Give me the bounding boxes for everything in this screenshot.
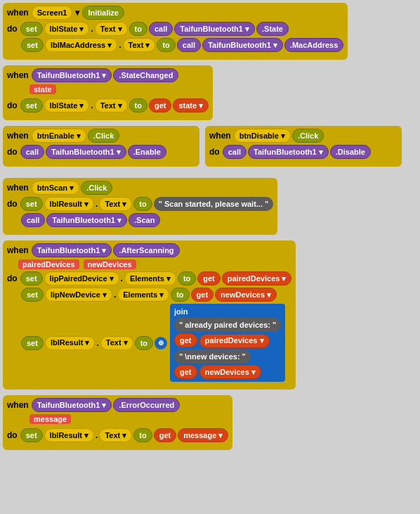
join-label: join bbox=[174, 307, 188, 316]
message-get-pill[interactable]: message ▾ bbox=[178, 428, 228, 442]
initialize-pill[interactable]: Initialize bbox=[82, 6, 124, 20]
to-pill-5b[interactable]: to bbox=[171, 288, 189, 302]
block-error-occurred: when TaifunBluetooth1 ▾ .ErrorOccurred m… bbox=[3, 395, 232, 450]
set-pill-4[interactable]: set bbox=[20, 197, 43, 211]
text-pill-5[interactable]: Text ▾ bbox=[100, 336, 133, 350]
when-label-6: when bbox=[7, 400, 29, 410]
afterscanning-event-pill[interactable]: .AfterScanning bbox=[113, 243, 179, 257]
to-pill-5c[interactable]: to bbox=[135, 336, 153, 350]
do-label-4: do bbox=[7, 199, 18, 209]
get-pill-1[interactable]: get bbox=[149, 98, 172, 113]
text-pill-1[interactable]: Text ▾ bbox=[95, 22, 128, 36]
taifun-scan-pill[interactable]: TaifunBluetooth1 ▾ bbox=[46, 213, 127, 227]
set-pill-2[interactable]: set bbox=[21, 38, 44, 52]
when-label-2: when bbox=[7, 70, 29, 80]
block-pair-enable-disable: when btnEnable ▾ .Click do call TaifunBl… bbox=[3, 126, 417, 172]
lipnew-pill[interactable]: lipNewDevice ▾ bbox=[45, 288, 112, 302]
click-pill-2[interactable]: .Click bbox=[292, 129, 324, 143]
lblstate-pill-1[interactable]: lblState ▾ bbox=[44, 22, 90, 36]
lblmac-pill[interactable]: lblMacAddress ▾ bbox=[45, 38, 117, 52]
btnscan-pill[interactable]: btnScan ▾ bbox=[32, 181, 79, 195]
taifun-statechanged-pill[interactable]: TaifunBluetooth1 ▾ bbox=[32, 68, 112, 82]
text-pill-3[interactable]: Text ▾ bbox=[95, 98, 128, 113]
lblresult-pill-3[interactable]: lblResult ▾ bbox=[44, 428, 95, 442]
join-circle: ⊕ bbox=[155, 337, 167, 349]
state-method-pill[interactable]: .State bbox=[256, 22, 289, 36]
screen1-pill[interactable]: Screen1 bbox=[32, 6, 73, 20]
btnenable-pill[interactable]: btnEnable ▾ bbox=[32, 129, 86, 143]
state-get-pill[interactable]: state ▾ bbox=[173, 98, 209, 113]
text-pill-6[interactable]: Text ▾ bbox=[99, 428, 132, 442]
lblstate-pill-2[interactable]: lblState ▾ bbox=[44, 98, 90, 113]
text-pill-2[interactable]: Text ▾ bbox=[123, 38, 156, 52]
get-pill-5c[interactable]: get bbox=[174, 333, 197, 347]
macaddress-method-pill[interactable]: .MacAddress bbox=[284, 38, 343, 52]
to-pill-2[interactable]: to bbox=[157, 38, 175, 52]
state-param-label: state bbox=[29, 84, 56, 94]
taifun-afterscanning-pill[interactable]: TaifunBluetooth1 ▾ bbox=[32, 243, 112, 257]
scan-string-val: " Scan started, please wait... " bbox=[154, 197, 274, 211]
set-pill-6[interactable]: set bbox=[20, 428, 43, 442]
btndisable-pill[interactable]: btnDisable ▾ bbox=[234, 129, 291, 143]
call-pill-4[interactable]: call bbox=[21, 213, 45, 227]
paireddevices-get-2[interactable]: pairedDevices ▾ bbox=[199, 334, 270, 348]
call-pill-3a[interactable]: call bbox=[20, 145, 44, 159]
taifun-disable-pill[interactable]: TaifunBluetooth1 ▾ bbox=[248, 145, 329, 159]
get-pill-5b[interactable]: get bbox=[191, 288, 214, 302]
to-pill-4[interactable]: to bbox=[133, 197, 152, 211]
scan-method-pill[interactable]: .Scan bbox=[129, 213, 160, 227]
block-after-scanning: when TaifunBluetooth1 ▾ .AfterScanning p… bbox=[3, 240, 296, 390]
when-label-4: when bbox=[7, 183, 29, 193]
newdevices-get-2[interactable]: newDevices ▾ bbox=[199, 365, 261, 379]
block-state-changed: when TaifunBluetooth1 ▾ .StateChanged st… bbox=[3, 65, 213, 120]
call-pill-2[interactable]: call bbox=[177, 38, 201, 52]
call-pill-1[interactable]: call bbox=[149, 22, 173, 36]
click-pill-1[interactable]: .Click bbox=[88, 129, 119, 143]
lblresult-pill-2[interactable]: lblResult ▾ bbox=[45, 336, 96, 350]
new-param-label: newDevices bbox=[84, 259, 136, 269]
when-label-5: when bbox=[7, 245, 29, 255]
do-label-2: do bbox=[7, 101, 18, 110]
taifun-error-pill[interactable]: TaifunBluetooth1 ▾ bbox=[32, 398, 112, 412]
when-label: when bbox=[7, 8, 29, 18]
elements-pill-2[interactable]: Elements ▾ bbox=[117, 288, 169, 302]
set-pill-3[interactable]: set bbox=[20, 98, 43, 113]
block-btn-disable: when btnDisable ▾ .Click do call TaifunB… bbox=[205, 126, 402, 167]
to-pill-5a[interactable]: to bbox=[178, 271, 196, 285]
get-pill-5d[interactable]: get bbox=[174, 365, 197, 379]
do-label-3a: do bbox=[7, 147, 18, 157]
to-pill-1[interactable]: to bbox=[129, 22, 147, 36]
get-pill-5a[interactable]: get bbox=[197, 271, 221, 285]
get-pill-6[interactable]: get bbox=[154, 428, 177, 442]
text-pill-4[interactable]: Text ▾ bbox=[99, 197, 132, 211]
statechanged-event-pill[interactable]: .StateChanged bbox=[113, 68, 178, 82]
to-pill-6[interactable]: to bbox=[133, 428, 152, 442]
newdevices-get-1[interactable]: newDevices ▾ bbox=[215, 288, 277, 302]
newdevices-str: " \nnew devices: " bbox=[174, 349, 251, 364]
set-pill-5b[interactable]: set bbox=[21, 288, 44, 302]
message-param-label: message bbox=[29, 414, 71, 424]
enable-method-pill[interactable]: .Enable bbox=[128, 145, 166, 159]
elements-pill-1[interactable]: Elements ▾ bbox=[124, 271, 176, 285]
taifun1-pill-1[interactable]: TaifunBluetooth1 ▾ bbox=[174, 22, 255, 36]
taifun-enable-pill[interactable]: TaifunBluetooth1 ▾ bbox=[46, 145, 126, 159]
call-pill-3b[interactable]: call bbox=[223, 145, 247, 159]
set-pill-5a[interactable]: set bbox=[20, 271, 43, 285]
erroroccurred-event-pill[interactable]: .ErrorOccurred bbox=[113, 398, 180, 412]
paired-param-label: pairedDevices bbox=[18, 259, 79, 269]
set-pill-5c[interactable]: set bbox=[21, 336, 44, 350]
paireddevices-get-1[interactable]: pairedDevices ▾ bbox=[222, 271, 292, 285]
set-pill-1[interactable]: set bbox=[20, 22, 43, 36]
lblresult-pill-1[interactable]: lblResult ▾ bbox=[44, 197, 95, 211]
already-paired-str: " already paired devices: " bbox=[174, 318, 281, 332]
taifun1-pill-2[interactable]: TaifunBluetooth1 ▾ bbox=[202, 38, 283, 52]
disable-method-pill[interactable]: .Disable bbox=[330, 145, 371, 159]
click-pill-3[interactable]: .Click bbox=[81, 181, 112, 195]
block-screen-initialize: when Screen1 ▾ Initialize do set lblStat… bbox=[3, 3, 348, 60]
lippaired-pill[interactable]: lipPairedDevice ▾ bbox=[44, 271, 119, 285]
when-label-3b: when bbox=[209, 131, 231, 141]
to-pill-3[interactable]: to bbox=[129, 98, 147, 113]
when-label-3a: when bbox=[7, 131, 29, 141]
block-btn-enable: when btnEnable ▾ .Click do call TaifunBl… bbox=[3, 126, 199, 167]
do-label: do bbox=[7, 24, 18, 34]
